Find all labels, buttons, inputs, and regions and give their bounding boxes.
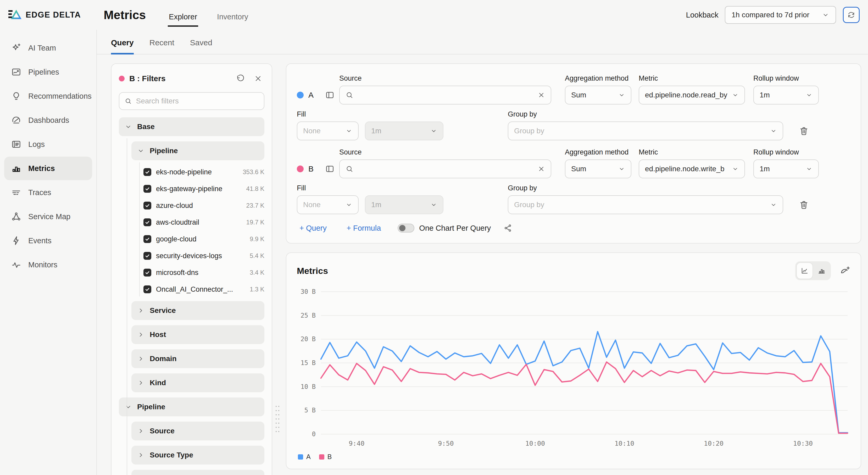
- checkbox-checked[interactable]: [144, 252, 151, 260]
- sidebar-item-service-map[interactable]: Service Map: [4, 205, 92, 228]
- source-input-b[interactable]: [358, 165, 533, 173]
- add-query-button[interactable]: + Query: [300, 224, 327, 233]
- tab-query[interactable]: Query: [111, 38, 134, 55]
- sidebar-item-label: Logs: [28, 140, 45, 149]
- metrics-chart-panel: Metrics 30 B25 B20 B15 B10 B5 B09:409:50…: [286, 253, 861, 469]
- tree-guide-line: [139, 162, 140, 296]
- filter-section-base[interactable]: Base: [119, 117, 265, 136]
- filter-checkbox-row[interactable]: Oncall_AI_Connector_... 1.3 K: [144, 283, 265, 296]
- query-a-id: A: [297, 86, 335, 105]
- section-label: Base: [137, 123, 155, 131]
- panel-resize-handle[interactable]: [275, 404, 280, 434]
- fill-select-b[interactable]: None: [297, 195, 359, 214]
- aggregation-select-a[interactable]: Sum: [565, 86, 631, 105]
- logs-icon: [11, 139, 22, 150]
- filter-section-pipeline[interactable]: Pipeline: [131, 141, 265, 160]
- sidebar-item-events[interactable]: Events: [4, 229, 92, 253]
- filter-section-collapsed[interactable]: Domain: [131, 349, 265, 368]
- filter-checkbox-row[interactable]: eks-gateway-pipeline 41.8 K: [144, 182, 265, 195]
- filter-search[interactable]: [119, 92, 265, 110]
- filter-value-count: 19.7 K: [246, 219, 265, 226]
- brand-logo[interactable]: EDGE DELTA: [0, 9, 97, 21]
- filter-section-collapsed[interactable]: Source: [131, 422, 265, 440]
- rollup-select-b[interactable]: 1m: [753, 159, 819, 178]
- undo-icon: [236, 74, 245, 83]
- undo-button[interactable]: [234, 73, 247, 84]
- group-by-select-a[interactable]: Group by: [508, 121, 783, 140]
- metric-select-a[interactable]: ed.pipeline.node.read_by: [639, 86, 745, 105]
- checkbox-checked[interactable]: [144, 202, 151, 209]
- filter-checkbox-row[interactable]: azure-cloud 23.7 K: [144, 199, 265, 212]
- filter-section-collapsed[interactable]: Service: [131, 301, 265, 320]
- sidebar-item-monitors[interactable]: Monitors: [4, 253, 92, 276]
- filter-checkbox-row[interactable]: microsoft-dns 3.4 K: [144, 266, 265, 279]
- sidebar-item-dashboards[interactable]: Dashboards: [4, 109, 92, 132]
- source-input-a[interactable]: [358, 91, 533, 99]
- filter-section-collapsed[interactable]: Kind: [131, 374, 265, 392]
- filter-value-label: eks-node-pipeline: [156, 168, 238, 176]
- checkbox-checked[interactable]: [144, 185, 151, 193]
- filter-search-input[interactable]: [136, 97, 259, 105]
- filter-checkbox-row[interactable]: google-cloud 9.9 K: [144, 233, 265, 246]
- clear-icon[interactable]: [538, 91, 545, 99]
- line-chart-button[interactable]: [797, 263, 812, 278]
- checkbox-checked[interactable]: [144, 168, 151, 176]
- expand-panel-button[interactable]: [325, 90, 335, 100]
- sidebar-item-label: Traces: [28, 188, 51, 197]
- rollup-select-a[interactable]: 1m: [753, 86, 819, 105]
- sidebar-item-traces[interactable]: Traces: [4, 181, 92, 204]
- filter-section-collapsed[interactable]: Host: [131, 325, 265, 344]
- group-by-select-b[interactable]: Group by: [508, 195, 783, 214]
- sidebar-item-recommendations[interactable]: Recommendations: [4, 84, 92, 108]
- main-area: Query Recent Saved B : Filters: [97, 30, 868, 475]
- filter-value-label: microsoft-dns: [156, 269, 245, 277]
- checkbox-checked[interactable]: [144, 235, 151, 243]
- checkbox-checked[interactable]: [144, 269, 151, 276]
- legend-item-a[interactable]: A: [298, 453, 311, 461]
- source-search-a[interactable]: [339, 86, 551, 105]
- delete-query-a-button[interactable]: [799, 121, 809, 140]
- clear-icon[interactable]: [538, 165, 545, 173]
- source-search-b[interactable]: [339, 159, 551, 178]
- query-actions: + Query + Formula One Chart Per Query: [297, 224, 850, 233]
- sidebar-item-ai-team[interactable]: AI Team: [4, 36, 92, 60]
- filter-checkbox-row[interactable]: eks-node-pipeline 353.6 K: [144, 166, 265, 179]
- fill-row-a: Fill None 1m Group by: [297, 110, 850, 140]
- metric-select-b[interactable]: ed.pipeline.node.write_b: [639, 159, 745, 178]
- filter-checkbox-row[interactable]: security-devices-logs 5.4 K: [144, 249, 265, 262]
- aggregation-select-b[interactable]: Sum: [565, 159, 631, 178]
- filter-checkbox-row[interactable]: aws-cloudtrail 19.7 K: [144, 216, 265, 229]
- fill-select-a[interactable]: None: [297, 121, 359, 140]
- legend-item-b[interactable]: B: [319, 453, 332, 461]
- tab-saved[interactable]: Saved: [190, 38, 212, 55]
- sidebar-item-metrics[interactable]: Metrics: [4, 156, 92, 180]
- filter-section-collapsed[interactable]: Source Type: [131, 446, 265, 465]
- filter-section-collapsed[interactable]: Node: [131, 470, 265, 475]
- checkbox-checked[interactable]: [144, 286, 151, 293]
- page-title: Metrics: [104, 8, 146, 22]
- close-filters-button[interactable]: [252, 73, 265, 84]
- sidebar: AI Team Pipelines Recommendations Dashbo…: [0, 30, 97, 475]
- share-button[interactable]: [503, 224, 512, 233]
- lookback-select[interactable]: 1h compared to 7d prior: [725, 6, 836, 24]
- metrics-line-chart[interactable]: 30 B25 B20 B15 B10 B5 B09:409:5010:0010:…: [297, 282, 851, 451]
- filters-header: B : Filters: [119, 71, 265, 86]
- sidebar-item-pipelines[interactable]: Pipelines: [4, 60, 92, 84]
- one-chart-per-query-toggle[interactable]: [398, 224, 414, 233]
- refresh-button[interactable]: [843, 7, 860, 23]
- chevron-down-icon: [770, 127, 777, 134]
- checkbox-checked[interactable]: [144, 218, 151, 226]
- tab-explorer[interactable]: Explorer: [168, 3, 198, 27]
- tab-inventory[interactable]: Inventory: [216, 3, 249, 27]
- add-to-dashboard-button[interactable]: [839, 265, 850, 276]
- filter-value-count: 9.9 K: [250, 235, 265, 243]
- sidebar-item-logs[interactable]: Logs: [4, 132, 92, 156]
- filter-section-pipeline-2[interactable]: Pipeline: [119, 397, 265, 416]
- add-formula-button[interactable]: + Formula: [347, 224, 381, 233]
- sparkles-icon: [11, 43, 22, 53]
- delete-query-b-button[interactable]: [799, 195, 809, 214]
- tab-recent[interactable]: Recent: [150, 38, 174, 55]
- expand-panel-button[interactable]: [325, 164, 335, 174]
- bar-chart-button[interactable]: [813, 263, 829, 278]
- chevron-right-icon: [137, 427, 145, 435]
